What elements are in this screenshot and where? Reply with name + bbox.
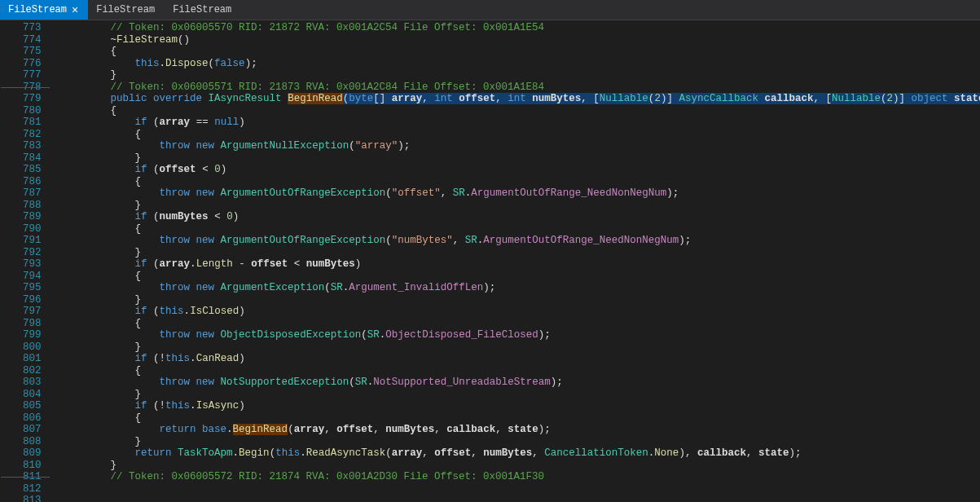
line-number: 809: [23, 447, 42, 460]
code-line[interactable]: }: [50, 341, 980, 354]
code-line[interactable]: if (numBytes < 0): [50, 211, 980, 223]
code-line[interactable]: {: [50, 318, 980, 330]
code-line[interactable]: if (array.Length - offset < numBytes): [50, 258, 980, 271]
close-icon[interactable]: ×: [72, 4, 78, 15]
code-line[interactable]: return base.BeginRead(array, offset, num…: [50, 424, 980, 436]
line-number: 805: [23, 400, 42, 412]
tab-label: FileStream: [173, 4, 231, 15]
line-number: 795: [23, 282, 42, 294]
code-line[interactable]: {: [50, 223, 980, 236]
tab-label: FileStream: [96, 4, 155, 15]
code-line[interactable]: throw new ArgumentOutOfRangeException("o…: [50, 187, 980, 200]
tab-bar: FileStream×FileStreamFileStream: [0, 0, 980, 20]
line-number-gutter: 7737747757767777787797807817827837847857…: [0, 20, 50, 502]
line-number: 804: [23, 389, 42, 401]
code-line[interactable]: {: [50, 129, 980, 141]
line-number: 783: [23, 140, 42, 152]
line-number: 775: [23, 46, 42, 58]
line-number: 803: [23, 376, 42, 389]
code-line[interactable]: }: [50, 200, 980, 212]
code-line[interactable]: if (this.IsClosed): [50, 306, 980, 318]
line-number: 802: [23, 365, 42, 377]
code-line[interactable]: if (!this.CanRead): [50, 353, 980, 365]
code-line[interactable]: {: [50, 105, 980, 117]
line-number: 807: [23, 424, 42, 436]
code-line[interactable]: {: [50, 271, 980, 283]
line-number: 780: [23, 105, 42, 117]
code-line[interactable]: {: [50, 365, 980, 377]
code-line[interactable]: }: [50, 247, 980, 259]
line-number: 799: [23, 329, 42, 341]
line-number: 776: [23, 58, 42, 70]
code-line[interactable]: if (offset < 0): [50, 164, 980, 176]
code-line[interactable]: // Token: 0x06005570 RID: 21872 RVA: 0x0…: [50, 22, 980, 34]
code-line[interactable]: }: [50, 460, 980, 472]
code-line[interactable]: this.Dispose(false);: [50, 58, 980, 70]
code-line[interactable]: ~FileStream(): [50, 34, 980, 46]
code-line[interactable]: {: [50, 412, 980, 425]
code-line[interactable]: return TaskToApm.Begin(this.ReadAsyncTas…: [50, 447, 980, 460]
code-line[interactable]: {: [50, 46, 980, 58]
line-number: 787: [23, 187, 42, 200]
line-number: 813: [23, 495, 42, 502]
code-line[interactable]: // Token: 0x06005571 RID: 21873 RVA: 0x0…: [50, 81, 980, 94]
line-number: 812: [23, 483, 42, 495]
line-number: 788: [23, 200, 42, 212]
tab-0[interactable]: FileStream×: [0, 0, 88, 20]
line-number: 798: [23, 318, 42, 330]
line-number: 779: [23, 93, 42, 105]
line-number: 773: [23, 22, 42, 34]
line-number: 810: [23, 460, 42, 472]
code-line[interactable]: {: [50, 176, 980, 188]
line-number: 791: [23, 235, 42, 247]
line-number: 793: [23, 258, 42, 271]
code-line[interactable]: throw new NotSupportedException(SR.NotSu…: [50, 376, 980, 389]
tab-label: FileStream: [8, 4, 67, 15]
code-line[interactable]: }: [50, 294, 980, 306]
line-number: 808: [23, 436, 42, 448]
tab-2[interactable]: FileStream: [165, 0, 241, 20]
code-line[interactable]: }: [50, 152, 980, 165]
line-number: 784: [23, 152, 42, 165]
code-line[interactable]: public override IAsyncResult BeginRead(b…: [50, 93, 980, 105]
line-number: 785: [23, 164, 42, 176]
line-number: 774: [23, 34, 42, 46]
code-line[interactable]: }: [50, 436, 980, 448]
line-number: 781: [23, 117, 42, 129]
code-line[interactable]: }: [50, 389, 980, 401]
line-number: 790: [23, 223, 42, 236]
line-number: 797: [23, 306, 42, 318]
line-number: 786: [23, 176, 42, 188]
code-line[interactable]: throw new ArgumentNullException("array")…: [50, 140, 980, 152]
code-line[interactable]: // Token: 0x06005572 RID: 21874 RVA: 0x0…: [50, 471, 980, 483]
line-number: 794: [23, 271, 42, 283]
code-line[interactable]: }: [50, 69, 980, 81]
code-line[interactable]: if (!this.IsAsync): [50, 400, 980, 412]
code-area[interactable]: // Token: 0x06005570 RID: 21872 RVA: 0x0…: [50, 20, 980, 502]
line-number: 789: [23, 211, 42, 223]
tab-1[interactable]: FileStream: [88, 0, 165, 20]
line-number: 782: [23, 129, 42, 141]
line-number: 796: [23, 294, 42, 306]
code-line[interactable]: throw new ObjectDisposedException(SR.Obj…: [50, 329, 980, 341]
line-number: 777: [23, 69, 42, 81]
code-line[interactable]: throw new ArgumentException(SR.Argument_…: [50, 282, 980, 294]
line-number: 792: [23, 247, 42, 259]
code-line[interactable]: if (array == null): [50, 117, 980, 129]
line-number: 801: [23, 353, 42, 365]
editor-area: 7737747757767777787797807817827837847857…: [0, 20, 980, 502]
line-number: 806: [23, 412, 42, 425]
line-number: 800: [23, 341, 42, 354]
code-line[interactable]: throw new ArgumentOutOfRangeException("n…: [50, 235, 980, 247]
